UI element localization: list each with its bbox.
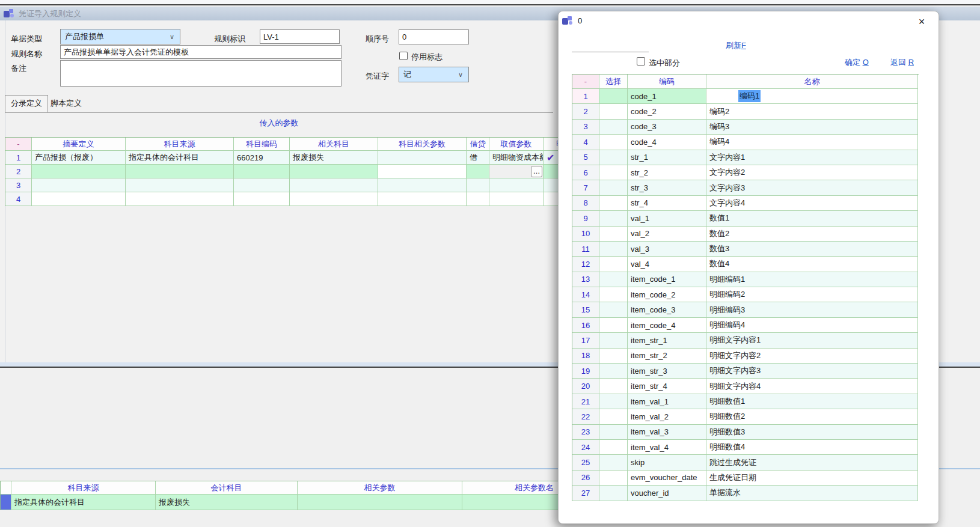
dialog-select-cell[interactable] [599, 89, 628, 104]
dialog-name-cell[interactable]: 明细文字内容1 [706, 333, 918, 348]
dialog-row-selector[interactable]: 19 [572, 364, 599, 379]
dialog-row-selector[interactable]: 18 [572, 349, 599, 364]
dialog-name-cell[interactable]: 编码2 [706, 104, 918, 119]
dialog-select-cell[interactable] [599, 379, 628, 394]
dialog-name-cell[interactable]: 明细文字内容4 [706, 379, 918, 394]
dialog-select-cell[interactable] [599, 211, 628, 226]
dialog-code-cell[interactable]: item_val_1 [628, 394, 706, 409]
entry-row-selector[interactable]: 2 [5, 165, 32, 178]
tab-script-definition[interactable]: 脚本定义 [44, 95, 88, 112]
dialog-name-cell[interactable]: 明细编码3 [706, 302, 918, 317]
seq-input[interactable]: 0 [399, 29, 469, 44]
entry-grid-cell[interactable] [126, 165, 234, 178]
dialog-row-selector[interactable]: 8 [572, 196, 599, 211]
dialog-code-cell[interactable]: item_val_2 [628, 409, 706, 424]
entry-grid-cell[interactable]: 产品报损（报废） [32, 151, 126, 165]
dialog-row-selector[interactable]: 13 [572, 272, 599, 287]
entry-grid-cell[interactable] [234, 165, 290, 178]
dialog-row-selector[interactable]: 24 [572, 440, 599, 455]
entry-grid-cell[interactable]: 指定具体的会计科目 [126, 151, 234, 165]
dialog-row-selector[interactable]: 5 [572, 150, 599, 165]
dialog-row-selector[interactable]: 7 [572, 180, 599, 195]
dialog-select-cell[interactable] [599, 318, 628, 333]
entry-row-selector[interactable]: 4 [5, 192, 32, 206]
chevron-down-icon[interactable]: ∨ [167, 33, 177, 41]
entry-grid-cell[interactable] [467, 178, 489, 192]
dialog-filter-input[interactable] [572, 43, 649, 52]
bottom-grid-cell[interactable] [298, 495, 462, 510]
dialog-row-selector[interactable]: 23 [572, 425, 599, 440]
entry-grid-cell[interactable]: 660219 [234, 151, 290, 165]
dialog-select-cell[interactable] [599, 287, 628, 302]
dialog-select-cell[interactable] [599, 409, 628, 424]
dialog-name-cell[interactable]: 明细编码1 [706, 272, 918, 287]
entry-grid-cell[interactable]: … [489, 165, 544, 178]
dialog-name-cell[interactable]: 明细数值4 [706, 440, 918, 455]
dialog-select-cell[interactable] [599, 425, 628, 440]
disable-flag-checkbox[interactable] [399, 52, 408, 60]
dialog-select-cell[interactable] [599, 440, 628, 455]
entry-grid-cell[interactable]: 借 [467, 151, 489, 165]
dialog-name-cell[interactable]: 数值4 [706, 257, 918, 272]
dialog-code-cell[interactable]: voucher_id [628, 486, 706, 501]
dialog-select-cell[interactable] [599, 455, 628, 470]
close-icon[interactable]: × [916, 16, 928, 28]
dialog-row-selector[interactable]: 26 [572, 471, 599, 486]
dialog-name-cell[interactable]: 明细数值3 [706, 425, 918, 440]
dialog-name-cell[interactable]: 明细数值1 [706, 394, 918, 409]
remark-textarea[interactable] [60, 60, 341, 87]
dialog-select-cell[interactable] [599, 165, 628, 180]
entry-grid-cell[interactable] [489, 192, 544, 206]
dialog-row-selector[interactable]: 16 [572, 318, 599, 333]
dialog-row-selector[interactable]: 11 [572, 242, 599, 257]
entry-grid-cell[interactable] [290, 192, 378, 206]
dialog-row-selector[interactable]: 12 [572, 257, 599, 272]
dialog-titlebar[interactable]: 0 [559, 11, 939, 29]
entry-grid-cell[interactable] [32, 165, 126, 178]
dialog-code-cell[interactable]: item_code_4 [628, 318, 706, 333]
dialog-select-cell[interactable] [599, 349, 628, 364]
rule-name-input[interactable]: 产品报损单单据导入会计凭证的模板 [60, 45, 341, 59]
dialog-select-cell[interactable] [599, 257, 628, 272]
dialog-code-cell[interactable]: skip [628, 455, 706, 470]
entry-grid-cell[interactable] [126, 178, 234, 192]
dialog-name-cell[interactable]: 生成凭证日期 [706, 471, 918, 486]
entry-grid-cell[interactable] [378, 192, 467, 206]
dialog-code-cell[interactable]: item_val_3 [628, 425, 706, 440]
dialog-select-cell[interactable] [599, 394, 628, 409]
dialog-code-cell[interactable]: evm_voucher_date [628, 471, 706, 486]
dialog-code-cell[interactable]: item_str_3 [628, 364, 706, 379]
tab-entry-definition[interactable]: 分录定义 [5, 95, 48, 112]
bottom-grid-cell[interactable]: 指定具体的会计科目 [11, 495, 156, 510]
dialog-code-cell[interactable]: val_3 [628, 242, 706, 257]
dialog-select-cell[interactable] [599, 242, 628, 257]
chevron-down-icon[interactable]: ∨ [456, 71, 465, 79]
entry-grid-cell[interactable] [126, 192, 234, 206]
dialog-row-selector[interactable]: 2 [572, 104, 599, 119]
dialog-name-cell[interactable]: 明细编码2 [706, 287, 918, 302]
dialog-code-cell[interactable]: code_1 [628, 89, 706, 104]
dialog-name-cell[interactable]: 明细文字内容3 [706, 364, 918, 379]
dialog-select-cell[interactable] [599, 333, 628, 348]
entry-grid-cell[interactable] [290, 165, 378, 178]
dialog-row-selector[interactable]: 17 [572, 333, 599, 348]
dialog-code-cell[interactable]: val_2 [628, 227, 706, 242]
dialog-code-cell[interactable]: item_code_3 [628, 302, 706, 317]
dialog-row-selector[interactable]: 14 [572, 287, 599, 302]
dialog-select-cell[interactable] [599, 272, 628, 287]
dialog-row-selector[interactable]: 9 [572, 211, 599, 226]
dialog-code-cell[interactable]: code_2 [628, 104, 706, 119]
entry-grid-cell[interactable] [234, 192, 290, 206]
dialog-name-cell[interactable]: 数值1 [706, 211, 918, 226]
dialog-name-cell[interactable]: 明细数值2 [706, 409, 918, 424]
entry-grid-cell[interactable] [32, 178, 126, 192]
dialog-select-cell[interactable] [599, 180, 628, 195]
dialog-row-selector[interactable]: 1 [572, 89, 599, 104]
partial-select-checkbox[interactable] [637, 57, 645, 65]
dialog-name-cell[interactable]: 文字内容4 [706, 196, 918, 211]
entry-grid-cell[interactable]: 报废损失 [290, 151, 378, 165]
dialog-row-selector[interactable]: 4 [572, 135, 599, 150]
dialog-name-cell[interactable]: 数值3 [706, 242, 918, 257]
rule-id-input[interactable]: LV-1 [260, 29, 340, 44]
back-link[interactable]: 返回 R [890, 57, 914, 68]
